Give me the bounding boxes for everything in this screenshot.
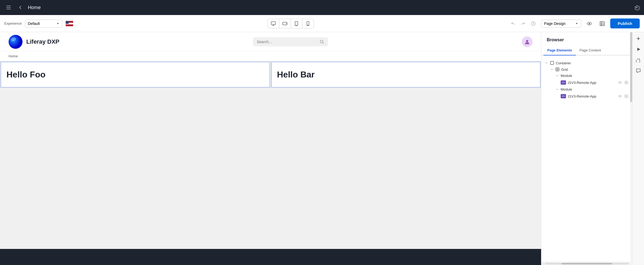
tree-view: − Container − Grid (541, 55, 632, 262)
svg-point-17 (320, 40, 323, 43)
scrollbar-left-arrow[interactable]: ‹ (542, 262, 544, 265)
svg-rect-0 (6, 6, 11, 6)
search-input[interactable] (257, 40, 317, 44)
app1-remove-icon[interactable] (624, 80, 629, 85)
language-flag-icon[interactable] (66, 21, 73, 26)
grid-view-button[interactable] (597, 19, 607, 28)
tree-item-module-1[interactable]: − Module (545, 73, 629, 79)
app1-label: J1V3-Remote-App (568, 81, 596, 85)
svg-point-7 (296, 25, 297, 25)
svg-point-35 (637, 59, 638, 59)
tree-item-module-2[interactable]: − Module (545, 86, 629, 92)
site-header-right (522, 36, 533, 47)
collapse-grid-icon[interactable]: − (550, 68, 554, 71)
content-cell-foo: Hello Foo (1, 62, 270, 88)
history-button[interactable] (529, 19, 538, 28)
sidebar-toggle-button[interactable] (4, 3, 13, 12)
experience-label: Experience (4, 21, 22, 25)
svg-point-5 (286, 23, 287, 24)
svg-rect-1 (6, 7, 11, 8)
tablet-portrait-viewport-button[interactable] (291, 19, 302, 28)
breadcrumb: Home (0, 51, 541, 61)
code-badge-icon-2: </> (561, 94, 566, 98)
tree-item-app-1[interactable]: </> J1V3-Remote-App (545, 79, 629, 86)
panel-horizontal-scrollbar[interactable]: ‹ › (541, 262, 632, 265)
cell-foo-title: Hello Foo (6, 70, 46, 79)
back-button[interactable] (16, 3, 25, 12)
svg-point-29 (620, 96, 620, 97)
undo-button[interactable] (508, 19, 518, 28)
svg-rect-3 (271, 22, 276, 25)
page-title: Home (28, 5, 41, 10)
collapse-module2-icon[interactable]: − (555, 88, 559, 91)
grid-label: Grid (561, 68, 568, 72)
scrollbar-track[interactable] (545, 263, 629, 264)
svg-rect-13 (600, 21, 604, 26)
app2-label: J1V3-Remote-App (568, 94, 596, 98)
palette-button[interactable] (634, 56, 643, 64)
experience-value: Default (28, 21, 40, 26)
content-cell-bar: Hello Bar (271, 62, 541, 88)
site-search-box[interactable] (253, 37, 328, 46)
comment-button[interactable] (634, 66, 643, 75)
app2-actions (617, 94, 629, 99)
code-badge-icon-1: </> (561, 80, 566, 85)
site-name: Liferay DXP (26, 38, 59, 45)
svg-point-36 (639, 59, 639, 59)
play-button[interactable] (634, 45, 643, 54)
collapse-module1-icon[interactable]: − (555, 74, 559, 78)
svg-point-37 (639, 60, 640, 61)
site-header: Liferay DXP (0, 32, 541, 51)
module2-label: Module (561, 87, 572, 91)
svg-point-12 (589, 23, 590, 24)
desktop-viewport-button[interactable] (268, 19, 279, 28)
chevron-down-icon (56, 22, 59, 25)
square-icon (550, 61, 554, 65)
app2-remove-icon[interactable] (624, 94, 629, 99)
svg-rect-19 (550, 61, 554, 65)
experience-dropdown[interactable]: Default (25, 20, 62, 28)
settings-button[interactable] (634, 5, 640, 10)
site-logo (9, 35, 23, 49)
scrollbar-thumb (561, 263, 612, 264)
table-icon (600, 21, 605, 26)
grid-icon (555, 67, 560, 72)
page-design-chevron-icon (575, 22, 578, 25)
palette-icon (636, 58, 641, 62)
history-controls (508, 19, 538, 28)
collapse-container-icon[interactable]: − (545, 61, 548, 65)
site-footer (0, 249, 541, 265)
top-nav-left: Home (4, 3, 41, 12)
page-design-dropdown[interactable]: Page Design (541, 20, 581, 28)
right-panel-title: Browser (541, 32, 632, 42)
breadcrumb-item[interactable]: Home (9, 54, 18, 58)
content-grid: Hello Foo Hello Bar (0, 61, 541, 88)
avatar[interactable] (522, 36, 533, 47)
comment-icon (636, 68, 641, 73)
svg-rect-2 (6, 9, 11, 9)
tree-item-container[interactable]: − Container (545, 60, 629, 66)
tab-page-content[interactable]: Page Content (576, 46, 605, 55)
page-canvas: Liferay DXP Home (0, 32, 541, 265)
svg-point-9 (308, 25, 308, 25)
play-icon (636, 47, 641, 52)
tab-page-elements[interactable]: Page Elements (544, 46, 576, 55)
svg-point-24 (620, 82, 620, 83)
module1-label: Module (561, 74, 572, 78)
right-panel: Browser Page Elements Page Content − Con… (541, 32, 632, 265)
search-icon (319, 39, 324, 44)
tree-item-grid[interactable]: − Grid (545, 66, 629, 73)
publish-button[interactable]: Publish (610, 18, 640, 28)
user-avatar-icon (524, 39, 530, 45)
mobile-viewport-button[interactable] (302, 19, 314, 28)
tablet-landscape-viewport-button[interactable] (279, 19, 291, 28)
panel-vscroll-thumb (630, 32, 632, 102)
panel-vertical-scrollbar[interactable] (630, 32, 632, 265)
redo-button[interactable] (519, 19, 528, 28)
preview-button[interactable] (585, 19, 594, 28)
add-element-button[interactable] (634, 34, 643, 43)
app2-visibility-icon[interactable] (617, 94, 623, 99)
app1-visibility-icon[interactable] (617, 80, 623, 85)
tree-item-app-2[interactable]: </> J1V3-Remote-App (545, 92, 629, 100)
container-label: Container (556, 61, 571, 65)
